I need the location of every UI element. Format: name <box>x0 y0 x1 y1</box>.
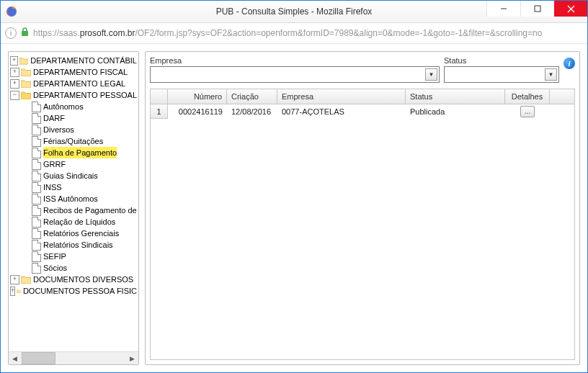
document-icon <box>32 171 41 181</box>
chevron-down-icon: ▼ <box>425 68 437 81</box>
tree-item-label: Autônomos <box>43 101 84 112</box>
document-icon <box>32 125 41 135</box>
cell-detalhes: ... <box>505 104 550 119</box>
tree-item-label: INSS <box>43 181 62 193</box>
collapse-icon[interactable]: − <box>10 91 19 100</box>
minimize-button[interactable] <box>486 1 520 17</box>
document-icon <box>32 136 41 147</box>
document-icon <box>32 194 41 205</box>
status-select[interactable]: ▼ <box>444 66 559 83</box>
cell-criacao: 12/08/2016 <box>227 104 277 119</box>
empresa-select[interactable]: ▼ <box>150 66 440 83</box>
url-prefix: https://saas. <box>33 28 80 38</box>
svg-rect-5 <box>22 31 28 36</box>
tree-item[interactable]: Diversos <box>10 124 137 135</box>
tree-item-label: SEFIP <box>43 251 66 262</box>
col-criacao[interactable]: Criação <box>227 89 277 104</box>
filter-bar: Empresa ▼ Status ▼ i <box>150 56 575 83</box>
details-button[interactable]: ... <box>520 106 535 117</box>
titlebar: PUB - Consulta Simples - Mozilla Firefox <box>1 1 587 23</box>
tree-item[interactable]: Relação de Líquidos <box>10 216 137 228</box>
col-rownum[interactable] <box>151 89 168 104</box>
window-controls <box>486 1 587 17</box>
scroll-right-arrow[interactable]: ▶ <box>126 352 138 364</box>
document-icon <box>32 102 41 112</box>
col-numero[interactable]: Número <box>168 89 227 104</box>
table-row[interactable]: 1000241611912/08/20160077-AÇOTELASPublic… <box>151 104 574 119</box>
document-icon <box>32 240 41 251</box>
tree-folder[interactable]: +DOCUMENTOS PESSOA FISIC <box>10 285 137 297</box>
document-icon <box>32 251 41 262</box>
tree-item-label: Guias Sindicais <box>43 170 98 181</box>
tree-item[interactable]: Relatórios Gerenciais <box>10 228 137 239</box>
col-filler <box>550 89 574 104</box>
tree-folder-label: DEPARTAMENTO CONTÁBIL <box>30 55 137 66</box>
tree-folder-label: DOCUMENTOS PESSOA FISIC <box>23 285 137 297</box>
chevron-down-icon: ▼ <box>545 68 557 81</box>
horizontal-scrollbar[interactable]: ◀ ▶ <box>9 351 138 364</box>
expand-icon[interactable]: + <box>10 79 19 89</box>
tree-item[interactable]: Folha de Pagamento <box>10 147 137 158</box>
data-grid: Número Criação Empresa Status Detalhes 1… <box>150 89 575 360</box>
tree-item-label: DARF <box>43 112 65 124</box>
maximize-button[interactable] <box>520 1 554 17</box>
tree-folder-label: DOCUMENTOS DIVERSOS <box>33 274 133 285</box>
tree-folder[interactable]: +DOCUMENTOS DIVERSOS <box>10 274 137 285</box>
address-bar: i https://saas.prosoft.com.br/OF2/form.j… <box>1 23 587 44</box>
info-icon[interactable]: i <box>564 58 575 69</box>
expand-icon[interactable]: + <box>10 68 19 77</box>
tree-item-label: Folha de Pagamento <box>43 147 117 158</box>
tree-item[interactable]: Férias/Quitações <box>10 135 137 147</box>
tree-folder[interactable]: +DEPARTAMENTO LEGAL <box>10 78 137 89</box>
tree-item[interactable]: Autônomos <box>10 101 137 112</box>
grid-header: Número Criação Empresa Status Detalhes <box>151 89 574 104</box>
col-status[interactable]: Status <box>406 89 505 104</box>
document-icon <box>32 263 41 274</box>
tree-item[interactable]: Guias Sindicais <box>10 170 137 181</box>
scroll-thumb[interactable] <box>22 352 55 364</box>
url-domain: prosoft.com.br <box>80 28 135 38</box>
tree-item-label: ISS Autônomos <box>43 193 98 205</box>
document-icon <box>32 159 41 170</box>
document-icon <box>32 205 41 216</box>
tree-item[interactable]: DARF <box>10 112 137 124</box>
status-label: Status <box>444 56 559 65</box>
url-text[interactable]: https://saas.prosoft.com.br/OF2/form.jsp… <box>33 28 583 38</box>
firefox-icon <box>5 5 18 18</box>
lock-icon[interactable] <box>21 27 29 39</box>
tree-folder-label: DEPARTAMENTO FISCAL <box>33 66 128 78</box>
main-panel: Empresa ▼ Status ▼ i <box>145 51 580 365</box>
tree-item[interactable]: Recibos de Pagamento de <box>10 205 137 216</box>
scroll-left-arrow[interactable]: ◀ <box>9 352 21 364</box>
cell-numero: 0002416119 <box>168 104 227 119</box>
document-icon <box>32 113 41 124</box>
grid-body: 1000241611912/08/20160077-AÇOTELASPublic… <box>151 104 574 359</box>
tree-item-label: Relatórios Sindicais <box>43 239 113 251</box>
tree-item-label: Férias/Quitações <box>43 135 103 147</box>
tree-item[interactable]: Sócios <box>10 262 137 274</box>
tree-folder[interactable]: +DEPARTAMENTO CONTÁBIL <box>10 55 137 66</box>
tree-view: +DEPARTAMENTO CONTÁBIL+DEPARTAMENTO FISC… <box>9 52 138 351</box>
expand-icon[interactable]: + <box>10 275 19 284</box>
col-detalhes[interactable]: Detalhes <box>505 89 550 104</box>
content-area: +DEPARTAMENTO CONTÁBIL+DEPARTAMENTO FISC… <box>1 44 587 372</box>
empresa-label: Empresa <box>150 56 440 65</box>
url-suffix: /OF2/form.jsp?sys=OF2&action=openform&fo… <box>135 28 542 38</box>
expand-icon[interactable]: + <box>10 56 18 66</box>
tree-item[interactable]: INSS <box>10 181 137 193</box>
close-button[interactable] <box>554 1 587 17</box>
tree-folder[interactable]: +DEPARTAMENTO FISCAL <box>10 66 137 78</box>
tree-item[interactable]: GRRF <box>10 158 137 170</box>
sidebar: +DEPARTAMENTO CONTÁBIL+DEPARTAMENTO FISC… <box>8 51 139 365</box>
app-window: PUB - Consulta Simples - Mozilla Firefox… <box>0 0 588 373</box>
expand-icon[interactable]: + <box>10 287 15 296</box>
cell-rownum: 1 <box>151 104 168 119</box>
document-icon <box>32 228 41 239</box>
tree-item[interactable]: SEFIP <box>10 251 137 262</box>
document-icon <box>32 148 41 158</box>
site-info-icon[interactable]: i <box>5 27 17 39</box>
col-empresa[interactable]: Empresa <box>277 89 406 104</box>
tree-item[interactable]: Relatórios Sindicais <box>10 239 137 251</box>
tree-item[interactable]: ISS Autônomos <box>10 193 137 205</box>
tree-folder[interactable]: −DEPARTAMENTO PESSOAL <box>10 89 137 101</box>
